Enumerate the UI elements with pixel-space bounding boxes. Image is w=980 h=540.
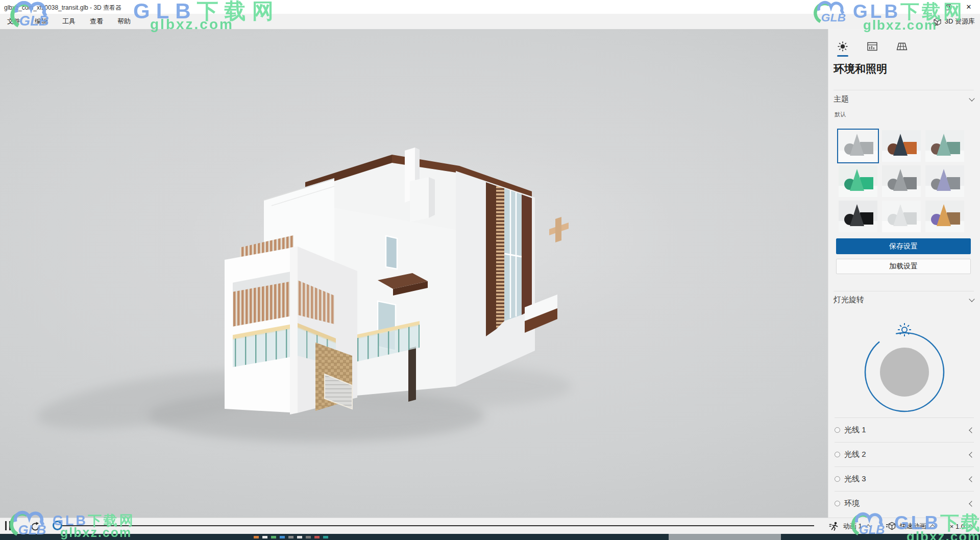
chevron-up-icon[interactable] bbox=[865, 524, 871, 530]
run-person-icon bbox=[829, 521, 839, 531]
taskbar-icon bbox=[314, 536, 320, 538]
light-rotation-header[interactable]: 灯光旋转 bbox=[834, 295, 974, 305]
tab-stats[interactable] bbox=[862, 36, 883, 57]
library-label: 3D 资源库 bbox=[945, 17, 975, 26]
tab-environment-lighting[interactable] bbox=[832, 36, 853, 57]
environment-radio[interactable] bbox=[835, 501, 840, 506]
dial-knob bbox=[880, 348, 929, 397]
close-button[interactable]: ✕ bbox=[965, 3, 973, 11]
fast-animation-icon bbox=[886, 522, 896, 531]
3d-viewer-window: glbxz_com_xfz0038_transit.glb - 3D 查看器 –… bbox=[0, 0, 980, 540]
animation-controls: 动画 1 快速动画 × 1.0 bbox=[829, 518, 973, 534]
title-bar: glbxz_com_xfz0038_transit.glb - 3D 查看器 –… bbox=[0, 0, 980, 14]
theme-swatch-6[interactable] bbox=[925, 165, 964, 197]
animation-select[interactable]: 动画 1 bbox=[843, 522, 862, 531]
menu-edit[interactable]: 编辑 bbox=[28, 14, 55, 29]
divider bbox=[834, 291, 974, 291]
cube-3d-icon bbox=[933, 17, 942, 26]
light-rotation-dial[interactable] bbox=[861, 323, 948, 413]
light-row-1[interactable]: 光线 1 bbox=[835, 418, 974, 442]
light-rotation-label: 灯光旋转 bbox=[834, 295, 864, 305]
chevron-left-icon[interactable] bbox=[969, 427, 974, 433]
light-1-radio[interactable] bbox=[835, 427, 840, 433]
theme-swatch-4[interactable] bbox=[839, 165, 877, 197]
restore-button[interactable] bbox=[943, 3, 951, 11]
light-2-radio[interactable] bbox=[835, 452, 840, 457]
theme-swatch-9[interactable] bbox=[925, 201, 964, 232]
menu-help[interactable]: 帮助 bbox=[110, 14, 138, 29]
light-3-radio[interactable] bbox=[835, 476, 840, 482]
panel-tabs bbox=[828, 36, 912, 61]
speed-select[interactable]: × 1.0 bbox=[950, 523, 965, 530]
window-title: glbxz_com_xfz0038_transit.glb - 3D 查看器 bbox=[4, 4, 121, 12]
taskbar-icon bbox=[297, 536, 302, 538]
chevron-up-icon[interactable] bbox=[929, 524, 935, 530]
light-2-label: 光线 2 bbox=[844, 450, 970, 459]
house-model bbox=[0, 29, 828, 518]
taskbar-icon bbox=[288, 536, 293, 538]
taskbar-icon bbox=[306, 536, 311, 538]
pause-button[interactable] bbox=[5, 521, 12, 530]
light-3-label: 光线 3 bbox=[844, 474, 970, 484]
tab-grid[interactable] bbox=[892, 36, 912, 57]
timeline-track[interactable] bbox=[62, 525, 814, 526]
3d-viewport[interactable] bbox=[0, 29, 828, 518]
playback-bar: 动画 1 快速动画 × 1.0 bbox=[0, 518, 980, 534]
loop-icon[interactable] bbox=[30, 521, 41, 532]
chevron-left-icon[interactable] bbox=[969, 452, 974, 457]
chevron-down-icon bbox=[969, 95, 974, 101]
theme-section-header[interactable]: 主题 bbox=[834, 94, 974, 104]
minimize-button[interactable]: – bbox=[922, 3, 930, 11]
theme-swatch-2[interactable] bbox=[882, 130, 921, 162]
dial-graphic bbox=[861, 323, 948, 413]
menu-tools[interactable]: 工具 bbox=[55, 14, 83, 29]
chevron-up-icon[interactable] bbox=[968, 524, 973, 530]
menu-view[interactable]: 查看 bbox=[83, 14, 110, 29]
timeline-handle[interactable] bbox=[53, 521, 62, 530]
taskbar-icon bbox=[262, 536, 267, 538]
sun-icon bbox=[898, 323, 911, 336]
taskbar-icon bbox=[254, 536, 259, 538]
save-settings-button[interactable]: 保存设置 bbox=[836, 238, 971, 254]
chevron-left-icon[interactable] bbox=[969, 501, 974, 506]
restore-icon bbox=[945, 5, 950, 9]
taskbar-segment bbox=[669, 534, 781, 540]
taskbar-sliver bbox=[0, 534, 980, 540]
light-1-label: 光线 1 bbox=[844, 425, 970, 435]
speed-mode-select[interactable]: 快速动画 bbox=[900, 522, 926, 531]
environment-panel: 环境和照明 主题 默认 保存设置 加载设置 灯光旋转 bbox=[828, 29, 980, 518]
taskbar-icon bbox=[323, 536, 328, 538]
load-settings-button[interactable]: 加载设置 bbox=[836, 259, 971, 274]
chevron-down-icon bbox=[969, 296, 974, 302]
theme-swatch-3[interactable] bbox=[925, 130, 964, 162]
sun-icon bbox=[837, 41, 848, 52]
theme-header-label: 主题 bbox=[834, 94, 849, 104]
theme-swatch-7[interactable] bbox=[839, 201, 877, 232]
theme-swatch-5[interactable] bbox=[882, 165, 921, 197]
light-row-environment[interactable]: 环境 bbox=[835, 492, 974, 516]
light-row-2[interactable]: 光线 2 bbox=[835, 443, 974, 467]
menu-file[interactable]: 文件 bbox=[0, 14, 28, 29]
panel-title: 环境和照明 bbox=[834, 62, 887, 76]
menu-bar: 文件 编辑 工具 查看 帮助 3D 资源库 bbox=[0, 14, 980, 29]
chevron-left-icon[interactable] bbox=[969, 476, 974, 482]
theme-default-label: 默认 bbox=[835, 111, 846, 118]
environment-label: 环境 bbox=[844, 499, 970, 508]
grid-icon bbox=[896, 41, 908, 52]
light-row-3[interactable]: 光线 3 bbox=[835, 467, 974, 491]
taskbar-icon bbox=[280, 536, 285, 538]
taskbar-icon bbox=[271, 536, 276, 538]
divider bbox=[834, 90, 974, 90]
theme-swatch-8[interactable] bbox=[882, 201, 921, 232]
library-button[interactable]: 3D 资源库 bbox=[933, 14, 975, 29]
theme-grid bbox=[839, 130, 968, 232]
theme-swatch-1[interactable] bbox=[839, 130, 877, 162]
stats-icon bbox=[867, 41, 878, 52]
